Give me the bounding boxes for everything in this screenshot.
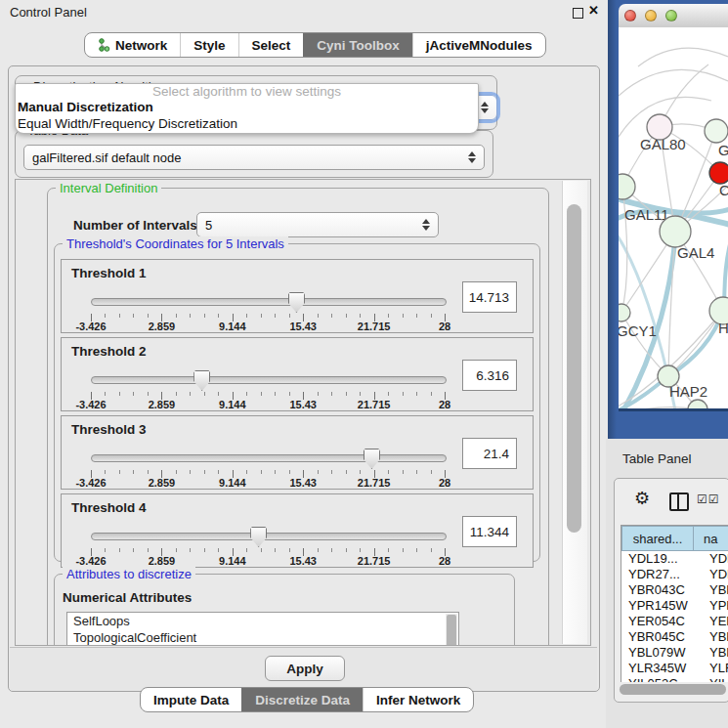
algorithm-popup-items: Manual DiscretizationEqual Width/Frequen… [16, 99, 478, 132]
threshold-slider[interactable] [91, 526, 445, 545]
slider-track[interactable] [91, 376, 447, 384]
network-window-titlebar[interactable] [619, 4, 728, 28]
horizontal-scrollbar[interactable] [620, 684, 726, 695]
table-cell: YBL079W [621, 645, 701, 661]
threshold-panel: Threshold 2-3.4262.8599.14415.4321.71528… [61, 337, 534, 411]
table-cell: YBR0 [701, 629, 728, 645]
number-of-intervals-combobox[interactable]: 5 [196, 212, 439, 237]
table-row[interactable]: YBR043CYBR0 [621, 582, 728, 598]
table-row[interactable]: YLR345WYLR3 [621, 661, 728, 676]
slider-thumb[interactable] [364, 449, 380, 469]
table-data-group: Table Data galFiltered.sif default node [15, 130, 493, 178]
slider-track[interactable] [91, 298, 447, 306]
table-data-combobox[interactable]: galFiltered.sif default node [23, 145, 485, 170]
threshold-panel: Threshold 3-3.4262.8599.14415.4321.71528… [61, 415, 534, 490]
network-node-gal4[interactable] [660, 216, 691, 247]
threshold-slider[interactable] [91, 448, 445, 467]
slider-tick [246, 470, 247, 474]
tab-discretize-data[interactable]: Discretize Data [241, 688, 363, 711]
threshold-value-field[interactable]: 14.713 [462, 281, 517, 313]
close-traffic-light-icon[interactable] [624, 10, 636, 21]
slider-tick [204, 314, 205, 318]
table-cell: YIL0 [701, 676, 728, 682]
table-cell: YBR0 [701, 582, 728, 598]
slider-tick [431, 392, 432, 396]
tab-cyni-toolbox[interactable]: Cyni Toolbox [303, 33, 412, 57]
algorithm-option-equal-width-frequency-discretization[interactable]: Equal Width/Frequency Discretization [16, 115, 478, 132]
table-row[interactable]: YIL052CYIL0 [621, 676, 728, 682]
slider-thumb[interactable] [193, 370, 210, 391]
slider-tick [275, 314, 276, 318]
network-node-gcy1[interactable] [619, 304, 630, 321]
vertical-scrollbar-thumb[interactable] [567, 204, 581, 533]
attributes-scrollbar-thumb[interactable] [447, 615, 456, 646]
attribute-item-selfloops[interactable]: SelfLoops [67, 613, 458, 629]
table-cell: YLR3 [701, 661, 728, 676]
table-panel-title: Table Panel [622, 451, 692, 466]
slider-tick [331, 314, 332, 318]
table-row[interactable]: YDR27...YDR2 [621, 567, 728, 582]
apply-button[interactable]: Apply [265, 656, 345, 681]
tab-network[interactable]: Network [85, 33, 180, 57]
attributes-group: Attributes to discretize Numerical Attri… [54, 574, 515, 646]
attribute-item-topologicalcoefficient[interactable]: TopologicalCoefficient [67, 629, 458, 646]
network-node-label-gal11: GAL11 [624, 206, 669, 223]
slider-track[interactable] [91, 454, 447, 462]
horizontal-scrollbar-thumb[interactable] [620, 684, 726, 695]
threshold-value-field[interactable]: 6.316 [462, 360, 517, 391]
slider-tick [403, 548, 404, 552]
threshold-panel: Threshold 1-3.4262.8599.14415.4321.71528… [61, 259, 534, 333]
threshold-value-field[interactable]: 11.344 [462, 516, 517, 547]
tab-label: Network [115, 38, 167, 53]
tab-jactivemnodules[interactable]: jActiveMNodules [412, 33, 545, 57]
tab-select[interactable]: Select [238, 33, 304, 57]
gear-icon[interactable]: ⚙ [634, 488, 650, 509]
algorithm-option-manual-discretization[interactable]: Manual Discretization [16, 99, 478, 115]
slider-tick [431, 470, 432, 474]
vertical-scrollbar[interactable] [562, 181, 587, 644]
column-header-shared[interactable]: shared... [621, 526, 694, 551]
slider-tick [105, 392, 106, 396]
minimize-traffic-light-icon[interactable] [645, 10, 657, 21]
slider-tick [403, 314, 404, 318]
tab-infer-network[interactable]: Infer Network [363, 688, 473, 711]
network-node-gal-clipped[interactable] [705, 119, 728, 143]
slider-tick [289, 392, 290, 396]
column-header-na[interactable]: na [694, 526, 728, 551]
network-canvas[interactable]: GAL80GACGAL11GAL4GCY1HHAP2 [619, 27, 728, 411]
close-icon[interactable]: ✕ [588, 3, 599, 18]
attributes-scrollbar[interactable] [446, 614, 457, 646]
tab-style[interactable]: Style [180, 33, 237, 57]
slider-tick [176, 392, 177, 396]
slider-thumb[interactable] [250, 527, 267, 547]
number-of-intervals-value: 5 [197, 218, 212, 233]
threshold-value-field[interactable]: 21.4 [462, 438, 517, 469]
network-node-red-node[interactable] [709, 162, 728, 184]
tab-impute-data[interactable]: Impute Data [141, 688, 241, 711]
table-row[interactable]: YPR145WYPR1 [621, 598, 728, 614]
float-window-icon[interactable] [573, 8, 583, 19]
zoom-traffic-light-icon[interactable] [665, 10, 677, 21]
slider-tick [148, 314, 149, 318]
numerical-attributes-list[interactable]: SelfLoopsTopologicalCoefficientBetweenne… [66, 612, 459, 646]
checkbox-icons[interactable]: ☑☑ [697, 492, 720, 506]
threshold-slider[interactable] [91, 369, 445, 389]
slider-tick [204, 392, 205, 396]
table-row[interactable]: YBR045CYBR0 [621, 629, 728, 645]
table-panel-region: Table Panel ⚙ ☑☑ shared...na YDL19...YDL… [606, 439, 728, 728]
table-row[interactable]: YBL079WYBL0 [621, 645, 728, 661]
network-node-label-gal80: GAL80 [640, 136, 686, 152]
slider-tick [403, 470, 404, 474]
split-columns-icon[interactable] [669, 492, 689, 511]
threshold-slider[interactable] [91, 291, 445, 311]
network-node-label-red-node: C [719, 182, 728, 198]
table-cell: YBL0 [701, 645, 728, 661]
slider-thumb[interactable] [288, 292, 305, 313]
slider-track[interactable] [91, 533, 447, 540]
slider-tick [133, 470, 134, 474]
table-row[interactable]: YDL19...YDL1 [621, 551, 728, 567]
table-row[interactable]: YER054CYER0 [621, 614, 728, 629]
slider-tick [388, 314, 389, 318]
table-cell: YDR27... [621, 567, 701, 582]
slider-tick [431, 548, 432, 552]
